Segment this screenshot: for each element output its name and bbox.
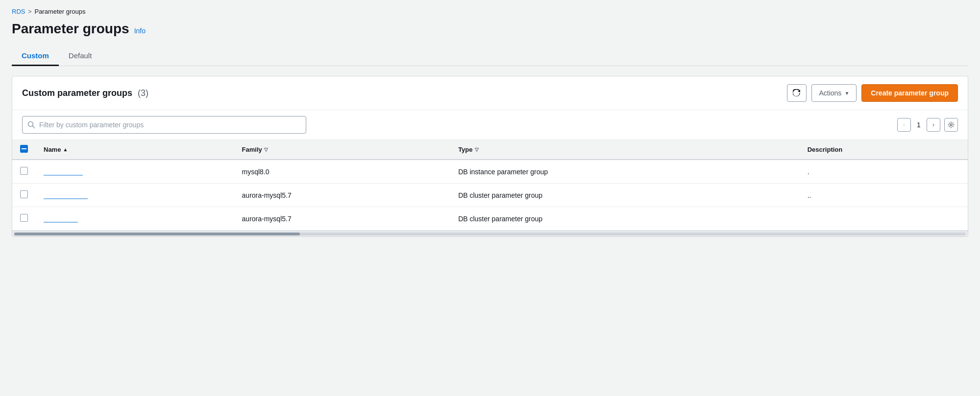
parameter-groups-table: Name ▲ Family ▽ Type <box>12 140 968 231</box>
svg-line-1 <box>33 126 35 128</box>
row2-name-cell <box>36 184 234 207</box>
actions-button[interactable]: Actions ▼ <box>811 84 857 102</box>
row3-family-cell: aurora-mysql5.7 <box>234 207 451 231</box>
content-panel: Custom parameter groups (3) Actions ▼ Cr… <box>12 76 968 237</box>
search-icon <box>27 121 35 129</box>
row2-type-cell: DB cluster parameter group <box>450 184 800 207</box>
row3-name-underline <box>44 222 78 223</box>
gear-icon <box>948 121 955 128</box>
row1-name-underline <box>44 175 83 176</box>
row3-name-cell <box>36 207 234 231</box>
chevron-left-icon: ‹ <box>903 121 905 128</box>
header-actions: Actions ▼ Create parameter group <box>787 84 958 102</box>
row2-checkbox[interactable] <box>20 190 28 198</box>
breadcrumb-rds-link[interactable]: RDS <box>12 8 25 15</box>
chevron-right-icon: › <box>932 121 934 128</box>
breadcrumb-separator: > <box>28 8 31 15</box>
row2-name-link[interactable] <box>44 197 88 199</box>
family-column-header[interactable]: Family ▽ <box>234 140 451 160</box>
row1-family-cell: mysql8.0 <box>234 160 451 184</box>
svg-point-2 <box>950 124 952 126</box>
breadcrumb-current: Parameter groups <box>34 8 85 15</box>
table-row: aurora-mysql5.7 DB cluster parameter gro… <box>12 207 968 231</box>
name-column-header[interactable]: Name ▲ <box>36 140 234 160</box>
select-all-header <box>12 140 36 160</box>
row2-family-cell: aurora-mysql5.7 <box>234 184 451 207</box>
panel-count: (3) <box>138 88 148 98</box>
row1-name-cell <box>36 160 234 184</box>
row2-description-cell: .. <box>800 184 968 207</box>
type-sort-icon: ▽ <box>475 147 479 152</box>
table-container: Name ▲ Family ▽ Type <box>12 140 968 231</box>
pagination-next-button[interactable]: › <box>927 118 940 132</box>
row1-select-cell <box>12 160 36 184</box>
row2-name-underline <box>44 198 88 199</box>
row1-checkbox[interactable] <box>20 167 28 175</box>
table-settings-button[interactable] <box>944 118 958 132</box>
tab-default[interactable]: Default <box>59 47 102 66</box>
panel-header: Custom parameter groups (3) Actions ▼ Cr… <box>12 76 968 110</box>
select-all-checkbox[interactable] <box>20 145 28 153</box>
panel-title-area: Custom parameter groups (3) <box>22 88 148 98</box>
refresh-icon <box>793 89 801 97</box>
table-row: aurora-mysql5.7 DB cluster parameter gro… <box>12 184 968 207</box>
info-link[interactable]: Info <box>134 27 146 35</box>
search-row: ‹ 1 › <box>12 110 968 140</box>
search-box <box>22 116 306 134</box>
row1-description-cell: . <box>800 160 968 184</box>
row3-name-link[interactable] <box>44 221 78 223</box>
tab-custom[interactable]: Custom <box>12 47 59 66</box>
panel-title: Custom parameter groups (3) <box>22 88 148 98</box>
refresh-button[interactable] <box>787 84 807 102</box>
scrollbar-track <box>14 233 966 235</box>
table-row: mysql8.0 DB instance parameter group . <box>12 160 968 184</box>
row3-checkbox[interactable] <box>20 214 28 222</box>
tabs-container: Custom Default <box>12 47 968 66</box>
page-title: Parameter groups <box>12 21 129 37</box>
row3-select-cell <box>12 207 36 231</box>
row1-type-cell: DB instance parameter group <box>450 160 800 184</box>
type-column-header[interactable]: Type ▽ <box>450 140 800 160</box>
row3-description-cell <box>800 207 968 231</box>
pagination-area: ‹ 1 › <box>897 118 958 132</box>
breadcrumb: RDS > Parameter groups <box>12 8 968 15</box>
horizontal-scrollbar[interactable] <box>12 231 968 236</box>
create-parameter-group-button[interactable]: Create parameter group <box>861 84 958 102</box>
pagination-page: 1 <box>915 121 923 129</box>
page-title-row: Parameter groups Info <box>12 21 968 37</box>
row3-type-cell: DB cluster parameter group <box>450 207 800 231</box>
dropdown-arrow-icon: ▼ <box>844 91 849 96</box>
scrollbar-thumb[interactable] <box>14 233 300 235</box>
pagination-prev-button[interactable]: ‹ <box>897 118 911 132</box>
row2-select-cell <box>12 184 36 207</box>
description-column-header: Description <box>800 140 968 160</box>
actions-label: Actions <box>819 89 841 97</box>
search-input[interactable] <box>39 121 301 129</box>
family-sort-icon: ▽ <box>264 147 268 152</box>
row1-name-link[interactable] <box>44 174 83 176</box>
name-sort-icon: ▲ <box>63 147 68 152</box>
